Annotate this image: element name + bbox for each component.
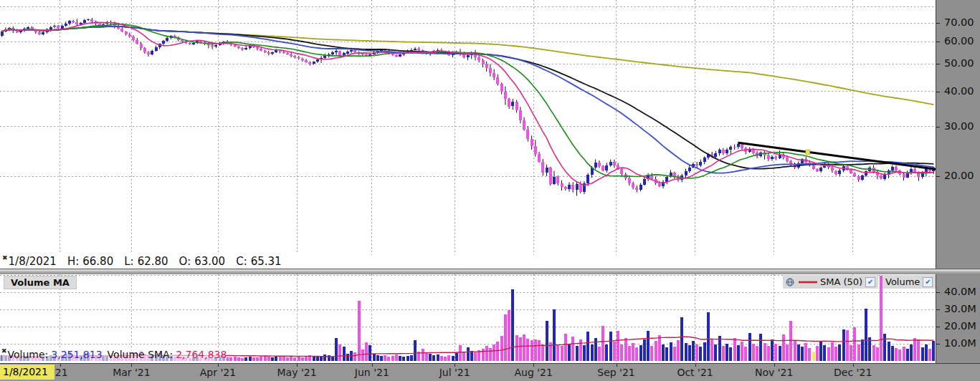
ohlc-open-label: O: xyxy=(179,255,191,268)
month-label: Jul '21 xyxy=(428,367,481,378)
remove-price-plot-icon[interactable]: ✖ xyxy=(2,254,8,261)
ohlc-readout: ✖ 1/8/2021 H: 66.80 L: 62.80 O: 63.00 C:… xyxy=(2,254,300,269)
price-tick-label: 50.00 xyxy=(944,57,974,69)
volume-pane[interactable]: Volume MA SMA (50) ✔ Volume ✔ ✖ Volume: … xyxy=(0,274,936,363)
ohlc-close-label: C: xyxy=(236,255,247,268)
month-tick-mark xyxy=(695,364,696,367)
volume-tick-label: 20.0M xyxy=(944,320,976,332)
volume-tick-mark xyxy=(936,292,940,293)
price-tick-label: 60.00 xyxy=(944,35,974,47)
month-label: May '21 xyxy=(270,367,323,378)
remove-volume-plot-icon[interactable]: ✖ xyxy=(1,347,7,355)
volume-sma-readout-value: 2,764,838 xyxy=(176,349,227,360)
month-tick-mark xyxy=(533,364,534,367)
volume-tick-label: 30.0M xyxy=(944,303,976,314)
month-tick-mark xyxy=(131,364,132,367)
ohlc-high-label: H: xyxy=(67,255,79,268)
month-tick-mark xyxy=(297,364,298,367)
price-tick-mark xyxy=(936,176,940,177)
month-label: Jun '21 xyxy=(346,367,399,378)
ohlc-date: 1/8/2021 xyxy=(9,255,57,268)
price-tick-mark xyxy=(936,23,940,24)
month-label: Sep '21 xyxy=(590,367,643,378)
month-tick-mark xyxy=(455,364,455,367)
month-label: Mar '21 xyxy=(105,367,158,378)
ohlc-close-value: 65.31 xyxy=(251,255,282,268)
chart-window: ✖ 1/8/2021 H: 66.80 L: 62.80 O: 63.00 C:… xyxy=(0,0,980,381)
sma-dropdown-check[interactable]: ✔ xyxy=(865,277,875,287)
volume-readout: ✖ Volume: 3,251,813 Volume SMA: 2,764,83… xyxy=(1,347,227,362)
month-label: Aug '21 xyxy=(507,367,560,378)
volume-readout-value: 3,251,813 xyxy=(51,349,102,360)
sma-line-sample xyxy=(799,280,817,284)
month-label: Dec '21 xyxy=(827,367,880,378)
sma-legend-label: SMA (50) xyxy=(820,276,862,287)
volume-tick-label: 10.0M xyxy=(944,337,976,349)
volume-legend: Volume ✔ xyxy=(883,275,936,289)
volume-tick-mark xyxy=(936,327,940,327)
month-label: Oct '21 xyxy=(669,367,722,378)
month-tick-mark xyxy=(372,364,373,367)
globe-icon[interactable] xyxy=(786,278,794,286)
month-tick-mark xyxy=(853,364,854,367)
price-tick-label: 40.00 xyxy=(944,85,974,97)
price-chart-canvas[interactable] xyxy=(0,0,936,269)
price-tick-label: 70.00 xyxy=(944,16,974,28)
volume-pane-title[interactable]: Volume MA xyxy=(4,276,77,289)
volume-sma-readout-label: Volume SMA: xyxy=(108,349,173,360)
price-tick-mark xyxy=(936,127,940,127)
month-tick-mark xyxy=(774,364,775,367)
volume-dropdown-check[interactable]: ✔ xyxy=(923,277,933,287)
price-tick-mark xyxy=(936,42,940,42)
volume-readout-label: Volume: xyxy=(8,349,49,360)
price-tick-mark xyxy=(936,64,940,64)
price-pane[interactable]: ✖ 1/8/2021 H: 66.80 L: 62.80 O: 63.00 C:… xyxy=(0,0,936,269)
volume-legend-label: Volume xyxy=(885,276,920,287)
price-axis[interactable]: 70.0060.0050.0040.0030.0020.00 40.0M30.0… xyxy=(936,0,980,381)
price-tick-label: 20.00 xyxy=(944,170,974,181)
date-axis[interactable]: 1/8/2021 '21Mar '21Apr '21May '21Jun '21… xyxy=(0,363,980,381)
volume-sma-legend: SMA (50) ✔ xyxy=(783,275,878,289)
ohlc-open-value: 63.00 xyxy=(194,255,225,268)
trendline-handle xyxy=(806,150,810,154)
volume-tick-label: 40.0M xyxy=(944,286,976,297)
selected-date-label: 1/8/2021 xyxy=(0,365,54,380)
month-label: Nov '21 xyxy=(748,367,801,378)
volume-tick-mark xyxy=(936,309,940,310)
price-tick-mark xyxy=(936,92,940,92)
month-tick-mark xyxy=(617,364,617,367)
ohlc-low-value: 62.80 xyxy=(138,255,168,268)
month-tick-mark xyxy=(218,364,219,367)
month-tick-mark xyxy=(60,364,61,367)
pane-splitter[interactable] xyxy=(0,269,980,274)
month-label: Apr '21 xyxy=(191,367,244,378)
volume-tick-mark xyxy=(936,344,940,344)
ohlc-low-label: L: xyxy=(124,255,133,268)
price-tick-label: 30.00 xyxy=(944,120,974,132)
ohlc-high-value: 66.80 xyxy=(82,255,113,268)
